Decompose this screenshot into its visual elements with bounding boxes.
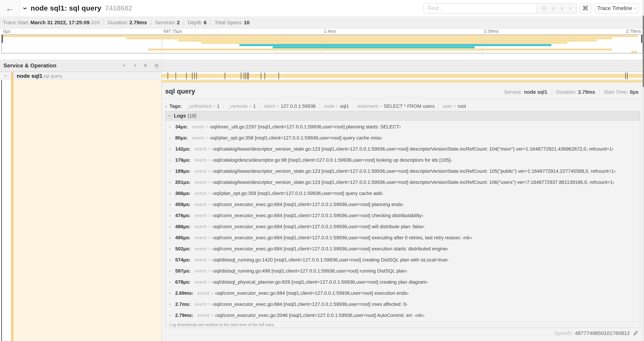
info-label: Trace Start [3,20,28,26]
log-row[interactable]: ›678μs:event=‹sql/distsql_physical_plann… [166,276,640,288]
log-timestamp: 495μs: [175,235,190,240]
log-equals: = [208,301,211,307]
log-key: event [192,135,204,141]
info-label: Total Spans [214,20,242,26]
log-key: event [195,180,207,185]
collapse-all-icon[interactable] [143,63,148,68]
tags-accordion[interactable]: › Tags: _unfinished=1_verbose=1client=12… [165,102,466,111]
info-value: 10 [244,20,250,26]
tag-item: client=127.0.0.1:59936 [264,103,316,109]
log-key: event [195,202,207,207]
info-separator [184,20,184,25]
log-message: ‹sql/exec_util.go:2297 [nsql1,client=127… [210,124,401,130]
log-timestamp: 502μs: [175,246,190,252]
minimap-left-handle[interactable] [2,35,3,43]
column-resize-grip[interactable] [156,64,158,69]
find-prev-icon[interactable]: ∧ [552,5,555,12]
log-row[interactable]: ›189μs:event=‹sql/catalog/lease/descript… [166,166,640,177]
columns-header: Service & Operation 0μs697.75μs1.4ms2.09… [0,60,644,72]
log-key: event [195,246,207,252]
log-equals: = [208,180,211,185]
log-row[interactable]: ›201μs:event=‹sql/catalog/lease/descript… [166,177,640,188]
log-row[interactable]: ›459μs:event=‹sql/conn_executor_exec.go:… [166,199,640,210]
tag-item: user=root [443,103,466,109]
log-chevron-icon: › [169,202,175,207]
span-row-timeline[interactable] [162,72,642,80]
log-equals: = [208,246,211,252]
view-selector-button[interactable]: Trace Timeline › [595,3,638,14]
log-key: event [195,146,207,152]
minimap-right-handle[interactable] [641,35,642,43]
log-row[interactable]: ›34μs:event=‹sql/exec_util.go:2297 [nsql… [166,121,640,132]
back-arrow-icon: ← [6,4,14,13]
log-equals: = [208,268,211,274]
keyboard-shortcuts-button[interactable]: ⌘ [580,3,591,14]
log-timestamp: 366μs: [175,191,190,196]
scrollbar-thumb[interactable] [643,16,644,87]
tag-separator [438,103,439,109]
match-scope-icon[interactable] [541,6,547,11]
log-row[interactable]: ›495μs:event=‹sql/conn_executor_exec.go:… [166,232,640,243]
log-timestamp: 201μs: [175,180,190,185]
log-message: ‹sql/catalog/descs/descriptor.go:98 [nsq… [212,157,452,163]
log-tick-mark [627,72,628,79]
collapse-one-icon[interactable] [121,63,127,68]
log-row[interactable]: ›176μs:event=‹sql/catalog/descs/descript… [166,155,640,166]
log-message: ‹sql/conn_executor_exec.go:684 [nsql1,cl… [212,213,423,218]
log-tick-mark [248,72,249,79]
span-id-label: SpanID: [554,330,573,336]
log-equals: = [208,257,211,263]
expand-one-icon[interactable] [132,63,138,68]
log-equals: = [211,312,214,318]
log-chevron-icon: › [169,313,175,318]
log-tick-mark [244,72,244,79]
span-operation-name: sql query [43,74,62,79]
log-row[interactable]: ›2.69ms:event=‹sql/conn_executor_exec.go… [166,288,640,299]
detail-meta: Service: node sql1 Duration: 2.79ms Star… [504,89,638,95]
log-row[interactable]: ›502μs:event=‹sql/conn_executor_exec.go:… [166,243,640,254]
log-row[interactable]: ›142μs:event=‹sql/catalog/lease/descript… [166,143,640,155]
detail-name-column [11,80,161,341]
row-grid-line [522,72,523,80]
back-button[interactable]: ← [0,0,20,17]
command-icon: ⌘ [582,5,588,12]
log-timestamp: 2.7ms: [175,301,190,307]
log-key: event [195,279,207,285]
log-timestamp: 2.69ms: [175,290,193,296]
log-row[interactable]: ›2.79ms:event=‹sql/conn_executor_exec.go… [166,310,640,321]
log-row[interactable]: ›574μs:event=‹sql/distsql_running.go:142… [166,254,640,265]
tree-scroll-indicator[interactable] [1,80,2,341]
log-key: event [195,257,207,263]
log-timestamp: 574μs: [175,257,190,263]
log-chevron-icon: › [169,235,175,240]
log-key: event [195,168,207,174]
log-key: event [197,312,209,318]
logs-header[interactable]: › Logs (18) [166,111,640,121]
log-row[interactable]: ›80μs:event=‹sql/plan_opt.go:358 [nsql1,… [166,132,640,143]
meta-separator [552,90,552,95]
log-row[interactable]: ›366μs:event=‹sql/plan_opt.go:358 [nsql1… [166,188,640,199]
span-collapse-chevron-icon[interactable]: › [3,75,8,76]
find-clear-icon[interactable]: × [569,5,572,12]
log-tick-mark [278,72,279,79]
service-label: Service: [504,89,522,95]
page-scrollbar[interactable] [642,0,644,341]
span-row-name[interactable]: › node sql1 sql query [0,72,161,80]
log-tick-mark [176,72,176,79]
log-equals: = [205,135,208,141]
trace-minimap[interactable] [2,35,642,53]
duration-label: Duration: [556,89,576,95]
tag-item: _unfinished=1 [186,103,220,109]
logs-rows: ›34μs:event=‹sql/exec_util.go:2297 [nsql… [166,121,640,321]
link-icon[interactable] [632,330,638,336]
log-tick-mark [194,72,195,79]
log-timestamp: 476μs: [175,213,190,218]
collapse-trace-chevron-icon[interactable]: › [21,7,30,10]
info-label: Depth [188,20,202,26]
find-next-icon[interactable]: ∨ [560,5,564,12]
log-row[interactable]: ›476μs:event=‹sql/conn_executor_exec.go:… [166,210,640,221]
log-row[interactable]: ›597μs:event=‹sql/distsql_running.go:498… [166,265,640,276]
log-row[interactable]: ›486μs:event=‹sql/conn_executor_exec.go:… [166,221,640,232]
find-input[interactable] [424,3,536,14]
log-row[interactable]: ›2.7ms:event=‹sql/conn_executor_exec.go:… [166,299,640,310]
